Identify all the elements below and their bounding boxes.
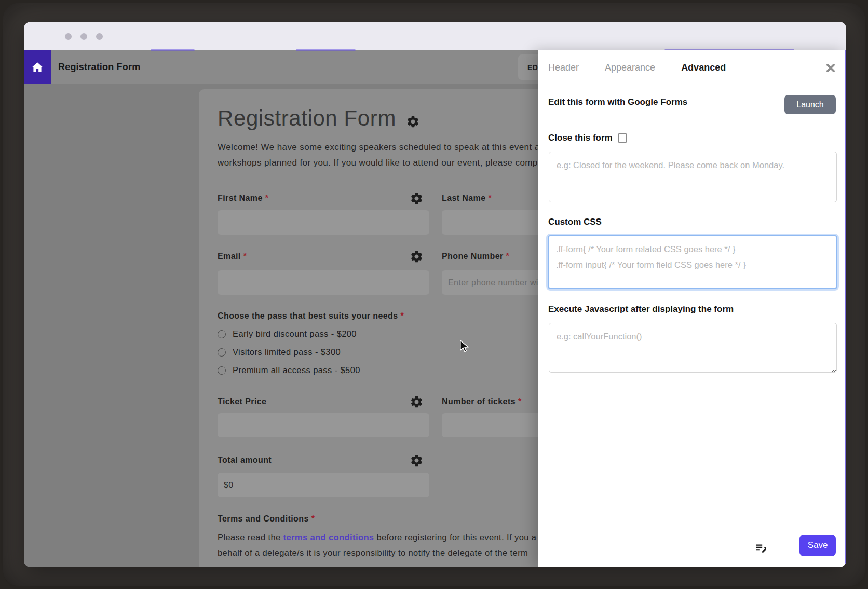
pass-option-premium[interactable]: Premium all access pass - $500 — [218, 365, 360, 375]
radio-icon — [218, 330, 226, 338]
radio-icon — [218, 366, 226, 375]
window-titlebar — [24, 22, 846, 50]
gear-icon[interactable] — [410, 191, 424, 206]
first-name-input[interactable] — [218, 210, 429, 235]
gear-icon[interactable] — [410, 454, 424, 468]
ticket-price-label: Ticket Price — [218, 396, 266, 407]
home-icon — [31, 61, 44, 74]
form-title: Registration Form — [218, 105, 396, 132]
required-asterisk: * — [518, 397, 522, 406]
phone-number-label: Phone Number* — [442, 251, 509, 262]
required-asterisk: * — [401, 311, 404, 320]
custom-css-label: Custom CSS — [548, 216, 602, 228]
browser-window: Registration Form EDI Registration Form … — [24, 22, 846, 567]
execute-js-textarea[interactable] — [549, 323, 837, 373]
radio-label: Early bird discount pass - $200 — [233, 329, 357, 339]
welcome-text-line2: workshops planned for you. If you would … — [218, 157, 540, 169]
window-control-dot[interactable] — [65, 33, 72, 40]
required-asterisk: * — [506, 252, 510, 261]
terms-text-line1: Please read the terms and conditions bef… — [218, 531, 536, 543]
pass-option-early-bird[interactable]: Early bird discount pass - $200 — [218, 329, 357, 339]
panel-tabs: Header Appearance Advanced — [548, 61, 726, 74]
close-form-message-textarea[interactable] — [549, 152, 837, 202]
total-amount-input[interactable] — [218, 473, 429, 497]
execute-js-label: Execute Javascript after displaying the … — [548, 303, 734, 316]
close-form-label: Close this form — [548, 132, 613, 144]
welcome-text-line1: Welcome! We have some exciting speakers … — [218, 141, 545, 154]
gear-icon[interactable] — [410, 250, 424, 264]
pass-option-visitors[interactable]: Visitors limited pass - $300 — [218, 347, 341, 357]
screenshot-stage: Registration Form EDI Registration Form … — [0, 0, 868, 589]
close-form-row: Close this form — [548, 132, 627, 144]
required-asterisk: * — [265, 194, 269, 202]
footer-divider — [784, 536, 784, 557]
last-name-label: Last Name* — [442, 193, 492, 203]
google-forms-label: Edit this form with Google Forms — [548, 96, 687, 108]
window-control-dot[interactable] — [96, 33, 103, 40]
tab-advanced[interactable]: Advanced — [681, 61, 726, 74]
footer-separator — [538, 522, 845, 522]
first-name-label: First Name* — [218, 193, 268, 203]
terms-text-line2: behalf of a delegate/s it is your respon… — [218, 546, 528, 559]
home-button[interactable] — [24, 50, 51, 84]
page-title: Registration Form — [58, 50, 140, 84]
custom-css-textarea[interactable] — [548, 235, 837, 289]
gear-icon[interactable] — [410, 395, 424, 409]
radio-label: Visitors limited pass - $300 — [233, 347, 341, 357]
edit-note-icon[interactable] — [754, 541, 768, 555]
save-button[interactable]: Save — [799, 535, 836, 556]
header-accent-streak — [151, 49, 195, 51]
email-label: Email* — [218, 251, 247, 262]
close-form-checkbox[interactable] — [618, 133, 627, 143]
required-asterisk: * — [311, 514, 315, 523]
total-amount-label: Total amount — [218, 455, 272, 465]
tab-header[interactable]: Header — [548, 61, 579, 74]
settings-panel: Header Appearance Advanced Edit this for… — [538, 50, 846, 567]
gear-icon[interactable] — [406, 115, 420, 129]
number-of-tickets-label: Number of tickets* — [442, 396, 522, 407]
tab-appearance[interactable]: Appearance — [605, 61, 655, 74]
radio-label: Premium all access pass - $500 — [233, 365, 360, 375]
header-accent-streak — [296, 49, 356, 51]
radio-icon — [218, 348, 226, 357]
close-icon[interactable] — [825, 63, 836, 73]
terms-label: Terms and Conditions* — [218, 514, 315, 524]
pass-group-label: Choose the pass that best suits your nee… — [218, 311, 404, 321]
required-asterisk: * — [489, 194, 492, 202]
launch-button[interactable]: Launch — [784, 95, 836, 114]
email-input[interactable] — [218, 270, 429, 295]
window-control-dot[interactable] — [80, 33, 87, 40]
ticket-price-input[interactable] — [218, 413, 429, 437]
required-asterisk: * — [243, 252, 247, 261]
terms-and-conditions-link[interactable]: terms and conditions — [283, 532, 374, 542]
